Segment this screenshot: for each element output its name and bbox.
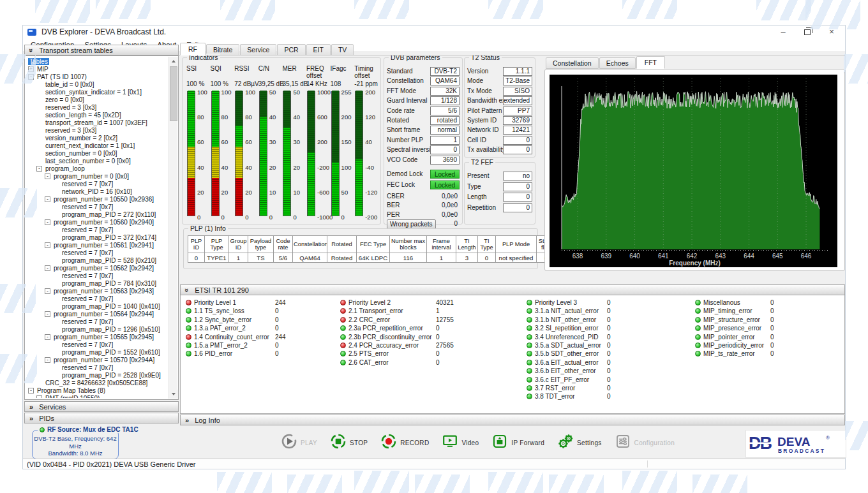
tree-item[interactable]: reserved = 7 [0x7] — [26, 364, 168, 371]
tree-item-label: program_map_PID = 528 [0x210] — [61, 257, 158, 264]
plp-cell: Rotated — [327, 253, 357, 263]
tree-item[interactable]: zero = 0 [0x0] — [26, 96, 168, 103]
tree-item[interactable]: reserved = 7 [0x7] — [26, 272, 168, 279]
etsi-indicator-value: 0 — [770, 316, 774, 323]
tree-item[interactable]: reserved = 7 [0x7] — [26, 226, 168, 233]
tab-rf[interactable]: RF — [180, 43, 206, 55]
tree-item[interactable]: -Program Map Tables (8) — [26, 386, 168, 394]
collapse-minus-icon[interactable]: - — [45, 265, 50, 271]
collapse-minus-icon[interactable]: - — [36, 395, 42, 399]
tree-item[interactable]: program_map_PID = 2528 [0x9E0] — [26, 371, 168, 379]
status-led-green — [527, 351, 532, 357]
tab-service[interactable]: Service — [240, 44, 276, 55]
spectrum-tab-echoes[interactable]: Echoes — [599, 57, 636, 69]
tree-item[interactable]: section_number = 0 [0x0] — [26, 149, 168, 157]
meter-name: C/N — [258, 66, 282, 80]
collapse-minus-icon[interactable]: - — [45, 288, 50, 294]
tree-item[interactable]: +MIP — [26, 65, 168, 73]
tree-item[interactable]: reserved = 7 [0x7] — [26, 318, 168, 325]
tree-item[interactable]: reserved = 7 [0x7] — [26, 295, 168, 302]
watermark — [287, 475, 342, 493]
param-value: 0,0e0 — [442, 211, 458, 218]
status-led-green — [695, 325, 701, 331]
collapse-minus-icon[interactable]: - — [28, 388, 34, 394]
tree-item[interactable]: last_section_number = 0 [0x0] — [26, 157, 168, 165]
watermark — [415, 475, 470, 493]
param-row: Version1.1.1 — [467, 67, 532, 77]
tree-item[interactable]: reserved = 7 [0x7] — [26, 203, 168, 210]
tree-item[interactable]: -PMT (prgID 10550) — [26, 394, 168, 398]
tree-item[interactable]: reserved = 3 [0x3] — [26, 103, 168, 111]
tree-item[interactable]: program_map_PID = 1296 [0x510] — [26, 325, 168, 333]
status-led-green — [340, 351, 346, 357]
tree-item[interactable]: program_map_PID = 372 [0x174] — [26, 233, 168, 241]
spectrum-tab-constellation[interactable]: Constellation — [546, 57, 599, 69]
video-button[interactable]: Video — [442, 433, 479, 452]
collapse-minus-icon[interactable]: - — [45, 311, 50, 317]
tree-item[interactable]: reserved = 7 [0x7] — [26, 180, 168, 188]
transport-stream-tables-header[interactable]: » Transport stream tables — [24, 45, 179, 55]
tab-tv[interactable]: TV — [331, 44, 354, 55]
tree-item[interactable]: section_length = 45 [0x2D] — [26, 111, 168, 119]
tree-item[interactable]: -program_number = 10562 [0x2942] — [26, 264, 168, 272]
log-info-header[interactable]: » Log Info — [180, 415, 845, 425]
minimize-icon[interactable]: – — [776, 26, 790, 38]
tree-item[interactable]: transport_stream_id = 1007 [0x3EF] — [26, 119, 168, 126]
services-header[interactable]: » Services — [24, 401, 179, 412]
tree-item[interactable]: program_map_PID = 784 [0x310] — [26, 279, 168, 287]
tree-item[interactable]: -program_number = 0 [0x0] — [26, 172, 168, 180]
tree-item[interactable]: -program_number = 10560 [0x2940] — [26, 218, 168, 226]
settings-button[interactable]: Settings — [557, 433, 602, 452]
tree-item[interactable]: -program_number = 10564 [0x2944] — [26, 310, 168, 318]
tab-pcr[interactable]: PCR — [277, 44, 305, 55]
collapse-minus-icon[interactable]: - — [45, 242, 50, 248]
collapse-minus-icon[interactable]: - — [36, 166, 42, 172]
collapse-minus-icon[interactable]: - — [45, 173, 50, 179]
tree-item[interactable]: program_map_PID = 272 [0x110] — [26, 210, 168, 218]
tree-item[interactable]: program_map_PID = 1040 [0x410] — [26, 302, 168, 310]
param-row: Repetition0 — [467, 203, 532, 214]
scroll-thumb[interactable] — [170, 66, 177, 121]
param-value: PP7 — [503, 107, 532, 115]
scroll-up-icon[interactable] — [169, 57, 178, 66]
param-label: Standard — [387, 68, 413, 75]
tree-item[interactable]: version_number = 2 [0x2] — [26, 134, 168, 142]
etsi-indicator-label: 1.2 Sync_byte_error — [194, 316, 251, 323]
tree-item[interactable]: -PAT (TS ID 1007) — [26, 73, 168, 80]
tree-item[interactable]: program_map_PID = 528 [0x210] — [26, 256, 168, 264]
pids-header[interactable]: » PIDs — [24, 413, 179, 423]
tree-item[interactable]: network_PID = 16 [0x10] — [26, 188, 168, 195]
tree-item[interactable]: reserved = 7 [0x7] — [26, 341, 168, 348]
svg-text:639: 639 — [601, 253, 611, 260]
tree-scrollbar[interactable] — [168, 57, 177, 399]
tree-item[interactable]: reserved = 3 [0x3] — [26, 126, 168, 134]
etsi-header[interactable]: » ETSI TR 101 290 — [180, 284, 845, 295]
tree-item[interactable]: program_map_PID = 1552 [0x610] — [26, 348, 168, 356]
collapse-minus-icon[interactable]: - — [45, 334, 50, 340]
tree-item[interactable]: -program_number = 10563 [0x2943] — [26, 287, 168, 295]
etsi-indicator-row: 2.3a PCR_repetition_error0 — [340, 325, 474, 332]
tree-item[interactable]: Tables — [26, 57, 168, 65]
tree-item[interactable]: current_next_indicator = 1 [0x1] — [26, 142, 168, 149]
collapse-minus-icon[interactable]: - — [45, 219, 50, 225]
status-divider — [647, 460, 648, 467]
watermark — [845, 421, 868, 450]
tree-item[interactable]: -program_number = 10561 [0x2941] — [26, 241, 168, 249]
tab-eit[interactable]: EIT — [306, 44, 331, 55]
scroll-down-icon[interactable] — [169, 390, 178, 399]
tree-item[interactable]: CRC_32 = 84266632 [0x0505CE88] — [26, 379, 168, 386]
stop-button[interactable]: STOP — [330, 433, 368, 452]
tree-item[interactable]: -program_number = 10565 [0x2945] — [26, 333, 168, 341]
tree-item[interactable]: table_id = 0 [0x0] — [26, 80, 168, 88]
tree-item[interactable]: reserved = 7 [0x7] — [26, 249, 168, 256]
meter-bar-area: 100806040200 — [186, 91, 210, 217]
collapse-minus-icon[interactable]: - — [45, 357, 50, 363]
tree-item[interactable]: -program_number = 10570 [0x294A] — [26, 356, 168, 364]
tree-item[interactable]: -program_loop — [26, 165, 168, 172]
record-button[interactable]: RECORD — [380, 433, 429, 452]
spectrum-tab-fft[interactable]: FFT — [636, 56, 665, 69]
ip-forward-button[interactable]: IP Forward — [491, 433, 544, 452]
tree-item[interactable]: section_syntax_indicator = 1 [0x1] — [26, 88, 168, 96]
tree-item[interactable]: -program_number = 10550 [0x2936] — [26, 195, 168, 203]
collapse-minus-icon[interactable]: - — [45, 196, 50, 202]
